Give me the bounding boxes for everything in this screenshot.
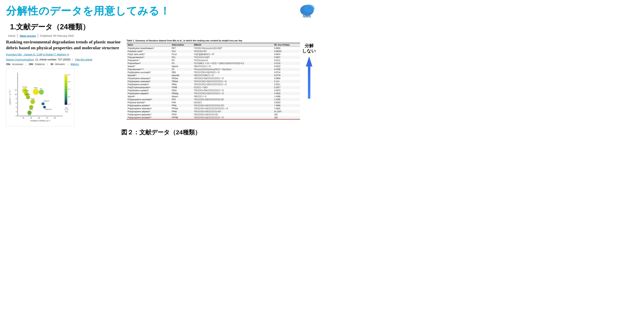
table-cell: Poly(butylene adipate)²²: [127, 92, 171, 95]
table-cell: 0.0111: [273, 59, 300, 62]
table-cell: PPSeb: [171, 107, 193, 110]
svg-point-38: [30, 99, 35, 104]
table-cell: 100: [273, 113, 300, 116]
table-row: Nylon4²¹Nylon4*NCCC(*) = O1.4286: [127, 95, 300, 98]
table-cell: PC: [171, 68, 193, 71]
col-wtloss: Wt. loss (%/day): [273, 43, 300, 47]
divider2: [38, 34, 38, 37]
svg-text:PPAd: PPAd: [31, 98, 34, 100]
svg-text:Fast: Fast: [65, 111, 68, 112]
table-row: Nylon66¹⁹Nylon66*NCCCCCCNC(*) = O0.0778: [127, 74, 300, 77]
table-row: Polyurethane¹⁸PU*C(=O)NC1 = CC = C(CC = …: [127, 62, 300, 65]
accesses-count: 35k: [6, 63, 10, 66]
table-row: Poly(propylene azelate)²³PPAz*OCCCOC(=O)…: [127, 104, 300, 107]
table-row: Polycaprolactone¹³PCL*CCCCCC(=O)O*0.0027: [127, 56, 300, 59]
table-cell: 2.8333: [273, 101, 300, 104]
table-cell: 0.0003: [273, 47, 300, 50]
table-cell: PPAd: [171, 110, 193, 113]
table-cell: 0.0714: [273, 71, 300, 74]
footer-caption: 図２：文献データ（24種類）: [6, 128, 316, 137]
svg-text:6: 6: [16, 102, 17, 104]
accesses-label: Accesses: [12, 63, 23, 66]
svg-text:60: 60: [38, 117, 40, 119]
table-title: Table 1. Summary of literature dataset f…: [127, 39, 300, 42]
table-cell: *OCCCOC(=O)CCCC(=O)*: [193, 113, 273, 116]
svg-text:4: 4: [16, 106, 17, 108]
svg-text:2: 2: [16, 111, 17, 113]
open-access-badge[interactable]: Open access: [20, 34, 36, 37]
table-cell: 0.2917: [273, 86, 300, 89]
table-cell: 0.0222: [273, 65, 300, 68]
table-cell: *OCCOC(=O)CCCCCCCC(*) = O: [193, 77, 273, 80]
table-header-row: Name Abbreviation SMILES Wt. loss (%/day…: [127, 43, 300, 47]
author-1[interactable]: Kyungjun Min: [6, 53, 22, 56]
svg-text:10: 10: [15, 93, 17, 95]
author-2[interactable]: Joseph D. Cuiffi: [24, 53, 42, 56]
col-abbreviation: Abbreviation: [171, 43, 193, 47]
svg-point-1: [304, 4, 314, 12]
volume-info: 11, Article number: 727 (2020): [35, 58, 70, 61]
table-cell: *NCCCCCC(*) = O: [193, 65, 273, 68]
table-cell: PEAz: [171, 89, 193, 92]
header-row: 分解性のデータを用意してみる！ NIMS: [6, 4, 316, 20]
scatter-chart: 0 2 4 6 8 10 12 40 50 60 70 80 Enthalpy …: [6, 68, 74, 126]
journal-name[interactable]: Nature Communications: [6, 58, 34, 61]
table-cell: 0.0778: [273, 74, 300, 77]
table-cell: *OCCCCOC(=O)CCCCCCCC(*) = O: [193, 83, 273, 86]
table-cell: 2.2405: [273, 98, 300, 101]
table-cell: P3HB: [171, 86, 193, 89]
altmetric-count: 39: [50, 63, 53, 66]
table-cell: Polyurethane¹⁸: [127, 62, 171, 65]
right-panel: Table 1. Summary of literature dataset f…: [127, 39, 316, 119]
table-cell: 0.00033: [273, 50, 300, 53]
table-cell: 0.114: [273, 80, 300, 83]
svg-text:PPS: PPS: [28, 114, 31, 116]
table-cell: Nylon6¹⁹: [127, 65, 171, 68]
table-cell: *C([C@@H](O)C) = O*: [193, 53, 273, 56]
data-table: Name Abbreviation SMILES Wt. loss (%/day…: [127, 43, 300, 119]
envelope-icon: ✉: [67, 53, 69, 56]
table-row: Polystyrene¹⁷PS*CC(*)c1ccccc10.0111: [127, 59, 300, 62]
table-cell: Poly(ethylene sebacate)²³: [127, 77, 171, 80]
svg-text:0: 0: [16, 115, 17, 117]
table-body: Poly(ethylene terephthalate)¹⁴PET*CCOC(=…: [127, 47, 300, 119]
svg-text:LogP(SA)⁻¹ × 10⁻³ Å⁻²: LogP(SA)⁻¹ × 10⁻³ Å⁻²: [9, 90, 11, 105]
stats-row: 35k Accesses | 296 Citations | 39 Altmet…: [6, 63, 122, 66]
table-cell: PLA: [171, 50, 193, 53]
table-row: Poly(propylene sebacate)²³PPSeb*OCCCOC(=…: [127, 107, 300, 110]
table-cell: Poly(lactic acid)¹⁵: [127, 50, 171, 53]
comma-1: ,: [22, 53, 24, 56]
svg-text:Nylon 66: Nylon 66: [46, 108, 51, 110]
table-row: Polycarbonate²⁰˒²¹PC*Oc1ccc(C(C)(C)c2ccc…: [127, 68, 300, 71]
table-row: Poly(butylene sebacate)²³PBSeb*OCCCCOC(=…: [127, 80, 300, 83]
author-3[interactable]: Robert T. Mathers: [46, 53, 66, 56]
svg-text:PPPim: PPPim: [26, 94, 30, 95]
cite-this-article-link[interactable]: Cite this article: [75, 58, 92, 61]
table-cell: Poly(butylene sebacate)²³: [127, 80, 171, 83]
metrics-link[interactable]: Metrics: [70, 63, 79, 66]
table-cell: 7.4969: [273, 104, 300, 107]
section-title: 1.文献データ（24種類）: [10, 22, 316, 32]
table-row: Poly(propylene adipate)²³PPAd*OCCCOC(=O)…: [127, 110, 300, 113]
main-title: 分解性のデータを用意してみる！: [6, 4, 170, 18]
table-cell: *OCCOC(=O)CCCCCCCC(*) = O: [193, 89, 273, 92]
table-row: Nylon6¹⁹Nylon6*NCCCCCC(*) = O0.0222: [127, 65, 300, 68]
table-cell: PBS: [171, 71, 193, 74]
table-cell: Poly(propylene adipate)²³: [127, 110, 171, 113]
table-cell: Poly(propylene pimalate)²⁸: [127, 116, 171, 119]
table-cell: Nylon4²¹: [127, 95, 171, 98]
table-row: Poly(propylene glutarate)²⁷PPGI*OCCCOC(=…: [127, 113, 300, 116]
table-cell: 0.0014: [273, 53, 300, 56]
svg-text:⟵⟶: ⟵⟶: [64, 109, 68, 111]
col-name: Name: [127, 43, 171, 47]
svg-text:80: 80: [54, 117, 56, 119]
article-title: Ranking environmental degradation trends…: [6, 39, 122, 51]
content-area: Ranking environmental degradation trends…: [6, 39, 316, 126]
chart-svg: 0 2 4 6 8 10 12 40 50 60 70 80 Enthalpy …: [8, 70, 72, 124]
table-cell: Poly(propylene sebacate)²³: [127, 107, 171, 110]
table-row: Poly(lactic acid)¹⁵PLA*OC(C)C(=O)*0.0003…: [127, 50, 300, 53]
table-cell: Poly(L-lactic acid)¹⁸: [127, 53, 171, 56]
table-row: Poly(butylene azelate)⁴⁹PBAz*OCCCCOC(=O)…: [127, 83, 300, 86]
svg-marker-48: [306, 56, 312, 99]
table-cell: PBSeb: [171, 80, 193, 83]
